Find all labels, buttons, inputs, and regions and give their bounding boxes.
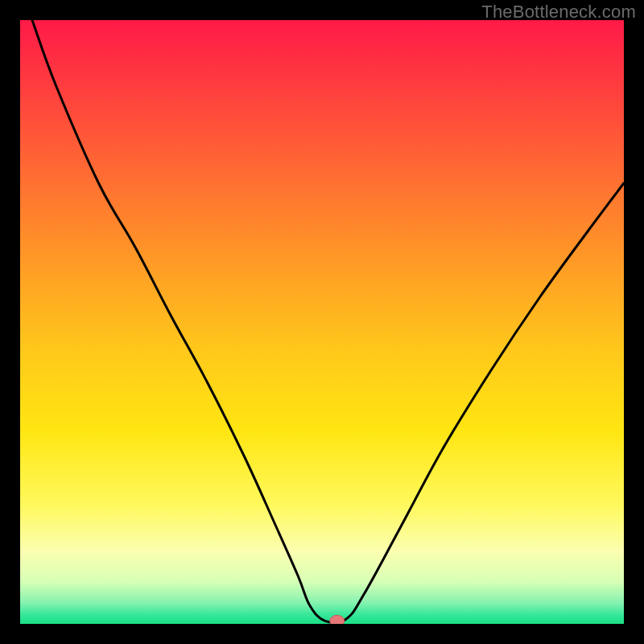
- chart-frame: TheBottleneck.com: [0, 0, 644, 644]
- optimal-point-marker: [330, 615, 345, 624]
- chart-svg: [20, 20, 624, 624]
- watermark-text: TheBottleneck.com: [481, 2, 636, 23]
- plot-area: [20, 20, 624, 624]
- gradient-background: [20, 20, 624, 624]
